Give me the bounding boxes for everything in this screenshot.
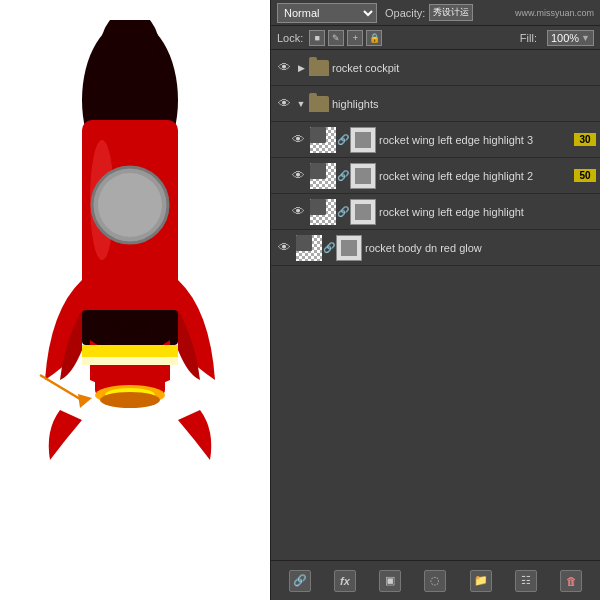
layer-mask-thumbnail (336, 235, 362, 261)
folder-icon (309, 60, 329, 76)
adjustment-layer-btn[interactable]: ◌ (424, 570, 446, 592)
lock-all-btn[interactable]: 🔒 (366, 30, 382, 46)
delete-layer-btn[interactable]: 🗑 (560, 570, 582, 592)
visibility-toggle[interactable]: 👁 (275, 239, 293, 257)
lock-transparent-btn[interactable]: ■ (309, 30, 325, 46)
layers-list: 👁 ▶ rocket cockpit 👁 ▼ highlights 👁 🔗 (271, 50, 600, 560)
lock-label: Lock: (277, 32, 303, 44)
layer-thumbnail (296, 235, 322, 261)
layer-row[interactable]: 👁 ▶ rocket cockpit (271, 50, 600, 86)
link-layers-btn[interactable]: 🔗 (289, 570, 311, 592)
panel-lock-bar: Lock: ■ ✎ + 🔒 Fill: 100% ▼ (271, 26, 600, 50)
layer-thumbnail (310, 199, 336, 225)
canvas-area: ΔSΘ (0, 0, 270, 600)
visibility-toggle[interactable]: 👁 (275, 95, 293, 113)
layer-name: rocket cockpit (332, 62, 596, 74)
lock-image-btn[interactable]: ✎ (328, 30, 344, 46)
layer-effects-btn[interactable]: fx (334, 570, 356, 592)
visibility-toggle[interactable]: 👁 (289, 131, 307, 149)
layer-mask-thumbnail (350, 199, 376, 225)
opacity-badge: 30 (574, 133, 596, 146)
svg-marker-16 (78, 394, 92, 408)
layer-name: rocket wing left edge highlight (379, 206, 596, 218)
layer-row[interactable]: 👁 🔗 rocket body dn red glow (271, 230, 600, 266)
visibility-toggle[interactable]: 👁 (289, 203, 307, 221)
new-group-btn[interactable]: 📁 (470, 570, 492, 592)
layer-mask-thumbnail (350, 127, 376, 153)
svg-line-15 (40, 375, 85, 402)
svg-rect-10 (82, 357, 178, 365)
layer-thumbnail (310, 127, 336, 153)
lock-icons: ■ ✎ + 🔒 (309, 30, 382, 46)
layer-name: rocket wing left edge highlight 2 (379, 170, 571, 182)
layer-thumbnail-wrap (309, 60, 329, 76)
opacity-label: Opacity: (385, 7, 425, 19)
layer-name: rocket wing left edge highlight 3 (379, 134, 571, 146)
fill-arrow: ▼ (581, 33, 590, 43)
svg-point-7 (98, 173, 162, 237)
panel-bottom-toolbar: 🔗 fx ▣ ◌ 📁 ☷ 🗑 (271, 560, 600, 600)
layer-name: highlights (332, 98, 596, 110)
blend-mode-select[interactable]: Normal (277, 3, 377, 23)
lock-position-btn[interactable]: + (347, 30, 363, 46)
watermark: www.missyuan.com (481, 8, 594, 18)
fill-value: 100% (551, 32, 579, 44)
panel-top-bar: Normal Opacity: 秀设计运 www.missyuan.com (271, 0, 600, 26)
layer-row[interactable]: 👁 🔗 rocket wing left edge highlight (271, 194, 600, 230)
expand-toggle[interactable]: ▶ (296, 63, 306, 73)
layers-panel: Normal Opacity: 秀设计运 www.missyuan.com Lo… (270, 0, 600, 600)
fill-label: Fill: (520, 32, 537, 44)
layer-row[interactable]: 👁 🔗 rocket wing left edge highlight 2 50 (271, 158, 600, 194)
opacity-badge: 50 (574, 169, 596, 182)
expand-toggle[interactable]: ▼ (296, 99, 306, 109)
chain-icon: 🔗 (338, 203, 348, 221)
layer-name: rocket body dn red glow (365, 242, 596, 254)
rocket-illustration: ΔSΘ (30, 20, 230, 580)
layer-thumbnail-wrap: 🔗 (310, 199, 376, 225)
layer-mask-btn[interactable]: ▣ (379, 570, 401, 592)
layer-thumbnail-wrap: 🔗 (310, 163, 376, 189)
arrow-indicator (30, 370, 110, 410)
opacity-display: 秀设计运 (433, 6, 469, 19)
svg-text:ΔSΘ: ΔSΘ (110, 316, 149, 338)
layer-thumbnail-wrap: 🔗 (310, 127, 376, 153)
chain-icon: 🔗 (324, 239, 334, 257)
layer-row[interactable]: 👁 ▼ highlights (271, 86, 600, 122)
svg-rect-9 (82, 345, 178, 357)
visibility-toggle[interactable]: 👁 (289, 167, 307, 185)
layer-thumbnail-wrap (309, 96, 329, 112)
visibility-toggle[interactable]: 👁 (275, 59, 293, 77)
new-layer-btn[interactable]: ☷ (515, 570, 537, 592)
rocket-svg: ΔSΘ (30, 20, 230, 560)
layer-row[interactable]: 👁 🔗 rocket wing left edge highlight 3 30 (271, 122, 600, 158)
folder-icon (309, 96, 329, 112)
chain-icon: 🔗 (338, 167, 348, 185)
layer-thumbnail-wrap: 🔗 (296, 235, 362, 261)
chain-icon: 🔗 (338, 131, 348, 149)
layer-mask-thumbnail (350, 163, 376, 189)
layer-thumbnail (310, 163, 336, 189)
